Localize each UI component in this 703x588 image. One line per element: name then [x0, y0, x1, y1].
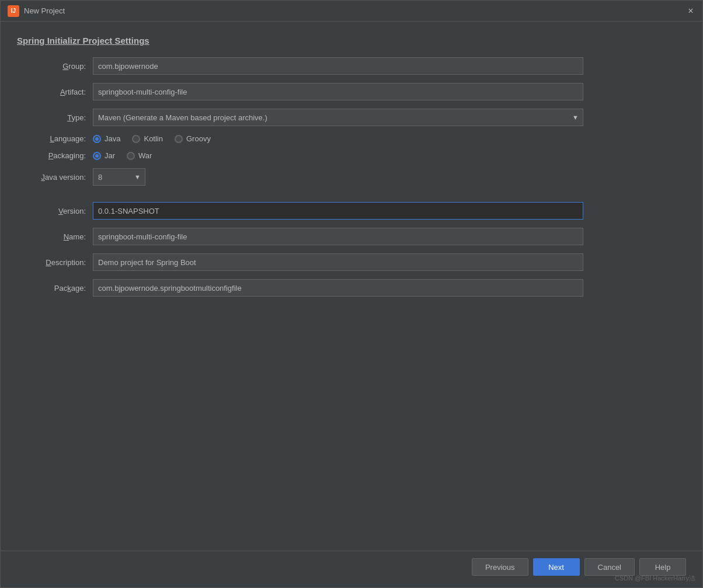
language-row: Language: Java Kotlin Groovy: [17, 134, 686, 143]
packaging-label-text: Packaging:: [48, 151, 86, 160]
packaging-row: Packaging: Jar War: [17, 151, 686, 160]
close-button[interactable]: ×: [686, 6, 695, 16]
new-project-dialog: IJ New Project × Spring Initializr Proje…: [0, 0, 703, 588]
type-row: Type: Maven (Generate a Maven based proj…: [17, 109, 686, 126]
language-groovy-option[interactable]: Groovy: [175, 134, 211, 143]
help-button[interactable]: Help: [639, 558, 686, 576]
packaging-war-radio[interactable]: [127, 152, 135, 160]
description-input[interactable]: [93, 253, 583, 271]
language-label: Language:: [17, 134, 93, 143]
description-row: Description:: [17, 253, 686, 271]
section-title: Spring Initializr Project Settings: [17, 36, 686, 46]
type-label: Type:: [17, 113, 93, 122]
java-version-wrapper: 8 11 17 21 ▼: [93, 168, 145, 186]
dialog-content: Spring Initializr Project Settings Group…: [1, 22, 702, 551]
dialog-title: New Project: [24, 6, 65, 15]
title-bar: IJ New Project ×: [1, 1, 702, 22]
language-java-label: Java: [105, 134, 120, 143]
description-label-text: Description:: [46, 258, 86, 267]
java-version-label-text: Java version:: [41, 173, 86, 182]
description-label: Description:: [17, 258, 93, 267]
language-kotlin-label: Kotlin: [144, 134, 163, 143]
title-bar-left: IJ New Project: [8, 5, 65, 17]
language-groovy-label: Groovy: [186, 134, 211, 143]
artifact-label: Artifact:: [17, 88, 93, 96]
artifact-label-text: Artifact:: [60, 88, 86, 96]
version-input[interactable]: [93, 202, 583, 220]
watermark-text: CSDN @FBI HackerHarry洁: [615, 574, 695, 583]
separator: [17, 194, 686, 202]
previous-button[interactable]: Previous: [472, 558, 528, 576]
language-radio-group: Java Kotlin Groovy: [93, 134, 686, 143]
package-label-text: Package:: [54, 284, 86, 293]
package-input[interactable]: [93, 279, 583, 297]
language-kotlin-option[interactable]: Kotlin: [132, 134, 163, 143]
type-select-wrapper: Maven (Generate a Maven based project ar…: [93, 109, 583, 126]
dialog-footer: Previous Next Cancel Help: [1, 551, 702, 587]
language-java-radio[interactable]: [93, 135, 101, 143]
name-row: Name:: [17, 228, 686, 245]
language-kotlin-radio[interactable]: [132, 135, 140, 143]
form-area: Group: Artifact: Type: Maven (Generate a: [17, 57, 686, 537]
next-button[interactable]: Next: [533, 558, 580, 576]
packaging-war-option[interactable]: War: [127, 151, 152, 160]
type-select[interactable]: Maven (Generate a Maven based project ar…: [93, 109, 583, 126]
java-version-row: Java version: 8 11 17 21 ▼: [17, 168, 686, 186]
name-label: Name:: [17, 232, 93, 241]
package-row: Package:: [17, 279, 686, 297]
name-input[interactable]: [93, 228, 583, 245]
group-label: Group:: [17, 62, 93, 71]
version-label: Version:: [17, 207, 93, 215]
artifact-input[interactable]: [93, 83, 583, 100]
language-java-option[interactable]: Java: [93, 134, 120, 143]
packaging-label: Packaging:: [17, 151, 93, 160]
packaging-radio-group: Jar War: [93, 151, 686, 160]
package-label: Package:: [17, 284, 93, 293]
packaging-war-label: War: [138, 151, 152, 160]
java-version-label: Java version:: [17, 173, 93, 182]
language-groovy-radio[interactable]: [175, 135, 183, 143]
packaging-jar-radio[interactable]: [93, 152, 101, 160]
packaging-jar-label: Jar: [105, 151, 115, 160]
packaging-jar-option[interactable]: Jar: [93, 151, 115, 160]
name-label-text: Name:: [64, 232, 86, 241]
group-row: Group:: [17, 57, 686, 75]
version-row: Version:: [17, 202, 686, 220]
group-input[interactable]: [93, 57, 583, 75]
app-icon: IJ: [8, 5, 19, 17]
group-label-text: Group:: [62, 62, 86, 71]
artifact-row: Artifact:: [17, 83, 686, 100]
cancel-button[interactable]: Cancel: [584, 558, 635, 576]
type-label-text: Type:: [67, 113, 86, 122]
language-label-text: Language:: [50, 134, 86, 143]
java-version-select[interactable]: 8 11 17 21: [93, 168, 145, 186]
version-label-text: Version:: [58, 207, 86, 215]
